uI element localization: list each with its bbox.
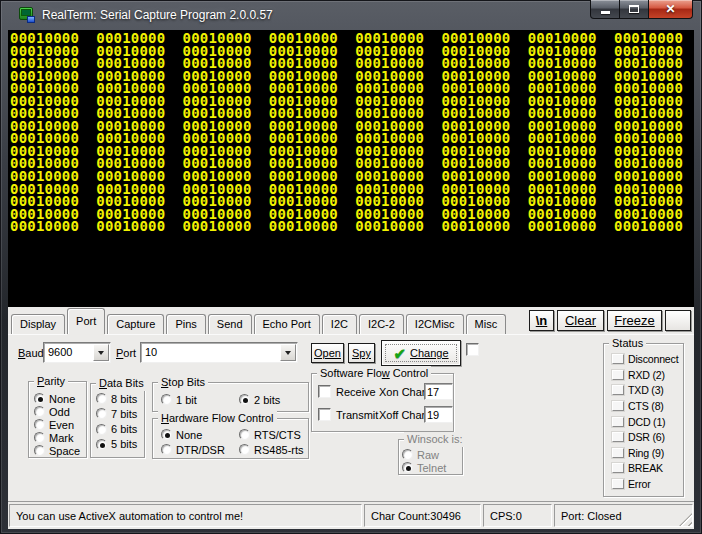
tab-misc[interactable]: Misc	[466, 314, 507, 334]
tab-display[interactable]: Display	[11, 314, 65, 334]
radio-row-rts-cts[interactable]: RTS/CTS	[239, 428, 301, 441]
led-label: Disconnect	[628, 353, 678, 365]
minimize-button[interactable]	[590, 0, 620, 19]
radio-row-hw-none[interactable]: None	[161, 428, 202, 441]
app-icon	[19, 7, 35, 23]
radio-row-6-bits[interactable]: 6 bits	[91, 423, 144, 436]
radio-row-parity-space[interactable]: Space	[29, 444, 86, 457]
port-dropdown-button[interactable]	[280, 344, 296, 361]
radio-rts-cts[interactable]	[239, 429, 250, 440]
statusbar-port-state: Port: Closed	[554, 504, 693, 527]
open-button[interactable]: Open	[311, 343, 344, 363]
status-row-cts: CTS (8)	[612, 400, 681, 412]
radio-raw[interactable]	[402, 449, 413, 460]
radio-row-2-bits[interactable]: 2 bits	[239, 393, 280, 406]
led-ring	[612, 448, 624, 458]
radio-parity-space[interactable]	[34, 445, 45, 456]
tab-echo-port[interactable]: Echo Port	[254, 314, 320, 334]
terminal-display[interactable]: 00010000 00010000 00010000 00010000 0001…	[8, 30, 694, 307]
stop-bits-group-label: Stop Bits	[158, 375, 208, 390]
radio-label: Mark	[49, 432, 73, 444]
status-row-disconnect: Disconnect	[612, 353, 681, 365]
freeze-button[interactable]: Freeze	[607, 310, 662, 331]
radio-rs485[interactable]	[239, 444, 250, 455]
port-tab-page: Baud 9600 Port 10 Open Spy ✔ Change Pari…	[8, 334, 694, 502]
close-button[interactable]: ✕	[648, 0, 693, 19]
tab-i2c[interactable]: I2C	[322, 314, 357, 334]
receive-label: Receive	[336, 386, 376, 398]
led-label: Ring (9)	[628, 447, 664, 459]
radio-row-8-bits[interactable]: 8 bits	[91, 392, 144, 405]
stop-bits-group: Stop Bits 1 bit 2 bits	[152, 382, 309, 412]
radio-row-parity-odd[interactable]: Odd	[29, 405, 86, 418]
radio-row-parity-none[interactable]: None	[29, 392, 86, 405]
radio-7-bits[interactable]	[96, 408, 107, 419]
radio-dtr-dsr[interactable]	[161, 444, 172, 455]
led-label: Error	[628, 478, 651, 490]
led-error	[612, 479, 624, 489]
baud-combobox[interactable]: 9600	[43, 342, 111, 363]
radio-row-raw[interactable]: Raw	[402, 448, 439, 461]
tab-strip: Display Port Capture Pins Send Echo Port…	[8, 307, 694, 334]
tab-capture[interactable]: Capture	[107, 314, 164, 334]
radio-parity-odd[interactable]	[34, 406, 45, 417]
radio-row-7-bits[interactable]: 7 bits	[91, 407, 144, 420]
radio-label: Raw	[417, 449, 439, 461]
radio-6-bits[interactable]	[96, 424, 107, 435]
status-group-label: Status	[609, 336, 646, 351]
tab-port[interactable]: Port	[67, 308, 105, 334]
radio-8-bits[interactable]	[96, 393, 107, 404]
tab-list: Display Port Capture Pins Send Echo Port…	[11, 308, 508, 334]
window-controls: ✕	[591, 0, 693, 19]
xoff-char-input[interactable]	[424, 406, 453, 423]
radio-5-bits[interactable]	[96, 439, 107, 450]
app-icon-chip	[27, 16, 35, 23]
radio-parity-even[interactable]	[34, 419, 45, 430]
radio-hw-none[interactable]	[161, 429, 172, 440]
radio-row-parity-even[interactable]: Even	[29, 418, 86, 431]
receive-checkbox[interactable]	[318, 385, 331, 398]
maximize-icon	[629, 5, 639, 13]
radio-row-dtr-dsr[interactable]: DTR/DSR	[161, 443, 225, 456]
radio-label: DTR/DSR	[176, 444, 225, 456]
tab-send[interactable]: Send	[208, 314, 252, 334]
clear-button[interactable]: Clear	[557, 310, 604, 331]
change-button[interactable]: ✔ Change	[381, 340, 461, 366]
tab-i2c-2[interactable]: I2C-2	[359, 314, 404, 334]
newline-button[interactable]: \n	[529, 310, 554, 331]
radio-telnet[interactable]	[402, 462, 413, 473]
spy-button[interactable]: Spy	[348, 343, 375, 363]
radio-label: 1 bit	[176, 394, 197, 406]
transmit-checkbox[interactable]	[318, 408, 331, 421]
maximize-button[interactable]	[619, 0, 649, 19]
radio-parity-none[interactable]	[34, 393, 45, 404]
radio-parity-mark[interactable]	[34, 432, 45, 443]
led-disconnect	[612, 354, 624, 364]
winsock-group-label: Winsock is:	[404, 432, 466, 447]
data-bits-group: Data Bits 8 bits 7 bits 6 bits 5 bits	[90, 383, 145, 458]
status-row-break: BREAK	[612, 462, 681, 474]
change-checkbox[interactable]	[466, 343, 479, 356]
status-row-dcd: DCD (1)	[612, 416, 681, 428]
radio-row-parity-mark[interactable]: Mark	[29, 431, 86, 444]
terminal-line: 00010000 00010000 00010000 00010000 0001…	[10, 220, 694, 233]
tab-i2cmisc[interactable]: I2CMisc	[406, 314, 464, 334]
port-combobox[interactable]: 10	[140, 342, 298, 363]
radio-row-1-bit[interactable]: 1 bit	[161, 393, 197, 406]
radio-row-rs485[interactable]: RS485-rts	[239, 443, 304, 456]
blank-button[interactable]	[665, 310, 691, 331]
radio-row-5-bits[interactable]: 5 bits	[91, 438, 144, 451]
title-bar[interactable]: RealTerm: Serial Capture Program 2.0.0.5…	[0, 0, 702, 30]
radio-label: None	[176, 429, 202, 441]
baud-dropdown-button[interactable]	[93, 344, 109, 361]
receive-row: Receive Xon Char:	[312, 383, 453, 400]
radio-row-telnet[interactable]: Telnet	[402, 461, 446, 474]
radio-1-bit[interactable]	[161, 394, 172, 405]
radio-2-bits[interactable]	[239, 394, 250, 405]
tab-pins[interactable]: Pins	[166, 314, 205, 334]
statusbar-cps: CPS:0	[483, 504, 552, 527]
xon-char-input[interactable]	[424, 383, 453, 400]
statusbar-message: You can use ActiveX automation to contro…	[9, 504, 362, 527]
status-row-error: Error	[612, 478, 681, 490]
led-cts	[612, 401, 624, 411]
